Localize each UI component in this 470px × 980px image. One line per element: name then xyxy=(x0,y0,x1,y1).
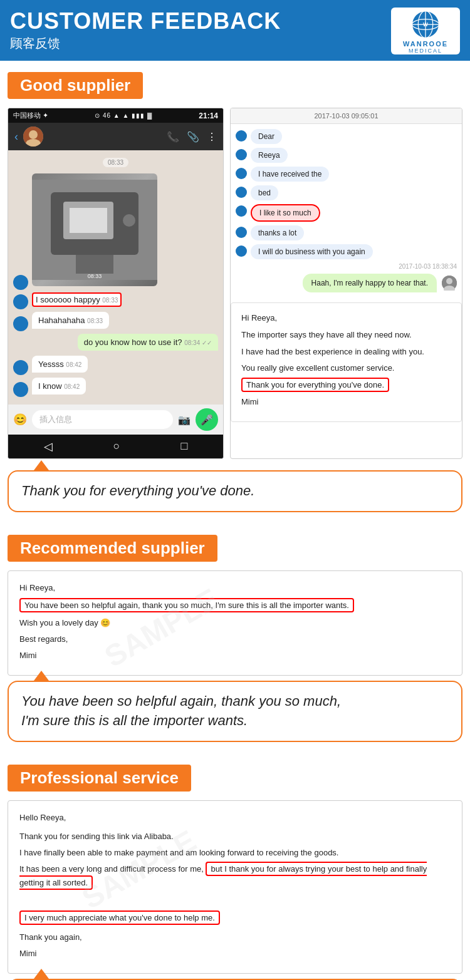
phone-icon[interactable]: 📞 xyxy=(167,131,179,143)
good-supplier-label-wrap: Good supplier xyxy=(0,61,470,108)
email-reply-text: Haah, I'm really happy to hear that. xyxy=(311,279,428,287)
good-supplier-content: 中国移动 ✦ ⊙ 46 ▲ ▲ ▮▮▮ ▓ 21:14 ‹ 📞 xyxy=(0,108,470,512)
bubble-text-haha: Hahahahaha 08:33 xyxy=(32,312,109,329)
phone-icons: ⊙ 46 ▲ ▲ ▮▮▮ ▓ xyxy=(95,112,152,119)
quote-line-2: I'm sure this is all the importer wants. xyxy=(21,713,248,728)
logo-sub: MEDICAL xyxy=(409,48,442,54)
email-dot-6 xyxy=(236,227,247,238)
email-bubble-business: I will do business with you again xyxy=(236,244,457,259)
image-content: 08:33 xyxy=(32,173,157,286)
bubble-text-question: do you know how to use it? 08:34 ✓✓ xyxy=(78,334,218,351)
home-nav-icon[interactable]: ○ xyxy=(113,440,120,453)
email-reply-avatar xyxy=(442,276,457,291)
email-dot-3 xyxy=(236,168,247,179)
chat-image: 08:33 xyxy=(32,173,157,286)
paperclip-icon[interactable]: 📎 xyxy=(187,131,199,143)
chat-input-bar[interactable]: 😊 插入信息 📷 🎤 xyxy=(8,405,223,435)
email-chat-ts: 2017-10-03 18:38:34 xyxy=(236,263,457,270)
good-supplier-label: Good supplier xyxy=(8,72,143,99)
recommended-supplier-label: Recommended supplier xyxy=(8,535,217,562)
email-bubble-text-dear: Dear xyxy=(251,129,282,144)
svg-text:W: W xyxy=(423,21,428,28)
email-bubble-text-business: I will do business with you again xyxy=(251,244,373,259)
back-nav-icon[interactable]: ◁ xyxy=(44,440,53,453)
chat-nav: ‹ 📞 📎 ⋮ xyxy=(8,123,223,150)
email-dot-4 xyxy=(236,187,247,198)
email-chat-header: 2017-10-03 09:05:01 xyxy=(231,108,462,124)
rec-highlight-wrap: You have been so helpful again, thank yo… xyxy=(19,599,451,612)
received-avatar xyxy=(13,275,28,290)
chat-grid: 中国移动 ✦ ⊙ 46 ▲ ▲ ▮▮▮ ▓ 21:14 ‹ 📞 xyxy=(8,108,462,459)
pro-thanks: Thank you again, xyxy=(19,931,451,944)
pro-blank xyxy=(19,895,451,909)
recommended-supplier-label-wrap: Recommended supplier xyxy=(0,524,470,570)
quote-line-1: You have been so helpful again, thank yo… xyxy=(21,693,341,709)
email-bubble-thanks: thanks a lot xyxy=(236,225,457,240)
professional-service-label-wrap: Professional service xyxy=(0,753,470,800)
professional-letter-box: SAMPLE Hello Reeya, Thank you for sendin… xyxy=(8,800,462,974)
received-avatar-2 xyxy=(13,294,28,309)
back-icon[interactable]: ‹ xyxy=(14,130,18,143)
received-avatar-5 xyxy=(13,382,28,397)
logo-text: WANROOE xyxy=(403,40,448,48)
received-avatar-3 xyxy=(13,316,28,331)
recommended-letter-box: SAMPLE Hi Reeya, You have been so helpfu… xyxy=(8,570,462,676)
pro-greeting: Hello Reeya, xyxy=(19,811,451,825)
email-dot-1 xyxy=(236,130,247,142)
more-icon[interactable]: ⋮ xyxy=(207,131,217,143)
email-highlight-line: Thank you for everything you've done. xyxy=(241,379,451,392)
bubble-text-happy: I soooooo happyy 08:33 xyxy=(32,292,122,307)
email-line-1: The importer says they have all they nee… xyxy=(241,329,451,342)
email-line-2: I have had the best experience in dealin… xyxy=(241,346,451,359)
email-bubble-text-reeya: Reeya xyxy=(251,148,288,163)
email-line-3: You really give excellent customer servi… xyxy=(241,362,451,375)
recent-nav-icon[interactable]: □ xyxy=(181,440,188,453)
machine-image: 08:33 xyxy=(32,180,157,280)
rec-regards: Best regards, xyxy=(19,632,451,646)
email-bubble-text-like: I like it so much xyxy=(251,204,320,222)
pro-highlight-line: I very much appreciate what you've done … xyxy=(19,910,220,925)
mic-button[interactable]: 🎤 xyxy=(196,408,218,431)
pro-line-2: I have finally been able to make payment… xyxy=(19,846,451,860)
email-chat: 2017-10-03 09:05:01 Dear Reeya I have re… xyxy=(230,108,462,459)
email-chat-area: Dear Reeya I have received the bed xyxy=(231,124,462,302)
logo-globe-icon: W xyxy=(410,9,441,40)
professional-service-label: Professional service xyxy=(8,765,191,792)
attach-icon[interactable]: 📷 xyxy=(178,414,191,426)
email-dot-7 xyxy=(236,245,247,257)
chat-nav-icons: 📞 📎 ⋮ xyxy=(167,131,217,143)
email-dot-5 xyxy=(236,205,247,217)
svg-rect-12 xyxy=(70,208,107,233)
bubble-happy: I soooooo happyy 08:33 xyxy=(13,292,218,309)
email-chat-timestamp: 2017-10-03 09:05:01 xyxy=(314,112,378,120)
page-header: CUSTOMER FEEDBACK 顾客反馈 W WANROOE MEDICAL xyxy=(0,0,470,61)
pro-line-3: It has been a very long and difficult pr… xyxy=(19,862,451,890)
email-reply-bubble: Haah, I'm really happy to hear that. xyxy=(303,274,437,292)
quote-text: Thank you for everything you've done. xyxy=(21,483,254,498)
professional-service-content: SAMPLE Hello Reeya, Thank you for sendin… xyxy=(0,800,470,980)
recommended-supplier-content: SAMPLE Hi Reeya, You have been so helpfu… xyxy=(0,570,470,742)
emoji-icon[interactable]: 😊 xyxy=(13,413,27,426)
bubble-haha: Hahahahaha 08:33 xyxy=(13,312,218,331)
email-bubble-text-received: I have received the xyxy=(251,167,329,182)
email-bubble-reeya: Reeya xyxy=(236,148,457,163)
pro-highlight-wrap: I very much appreciate what you've done … xyxy=(19,911,451,925)
chat-input[interactable]: 插入信息 xyxy=(32,410,173,429)
received-avatar-4 xyxy=(13,360,28,375)
image-bubble-wrap: 08:33 xyxy=(13,173,218,290)
pro-line-1: Thank you for sending this link via Alib… xyxy=(19,830,451,843)
header-title-cn: 顾客反馈 xyxy=(10,35,281,52)
rec-greeting: Hi Reeya, xyxy=(19,581,451,595)
good-supplier-section: Good supplier 中国移动 ✦ ⊙ 46 ▲ ▲ ▮▮▮ ▓ 21:1… xyxy=(0,61,470,524)
pro-signature: Mimi xyxy=(19,947,451,961)
phone-status-bar: 中国移动 ✦ ⊙ 46 ▲ ▲ ▮▮▮ ▓ 21:14 xyxy=(8,108,223,123)
bubble-text-yessss: Yessss 08:42 xyxy=(32,356,88,373)
svg-point-7 xyxy=(29,130,38,139)
bubble-question: do you know how to use it? 08:34 ✓✓ xyxy=(13,334,218,353)
phone-screenshot: 中国移动 ✦ ⊙ 46 ▲ ▲ ▮▮▮ ▓ 21:14 ‹ 📞 xyxy=(8,108,224,459)
quote-bubble-recommended: You have been so helpful again, thank yo… xyxy=(8,681,462,742)
bubble-text-iknow: I know 08:42 xyxy=(32,378,86,395)
rec-wish: Wish you a lovely day 😊 xyxy=(19,616,451,630)
highlight-span: Thank you for everything you've done. xyxy=(241,378,389,392)
rec-signature: Mimi xyxy=(19,649,451,663)
